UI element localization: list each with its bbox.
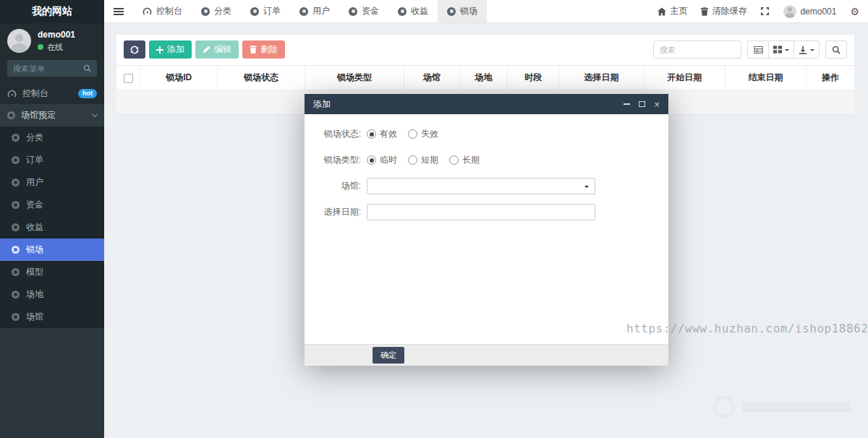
dialog-footer: 确定 bbox=[305, 344, 668, 366]
sidebar-item-venue-booking[interactable]: 场馆预定 bbox=[0, 104, 104, 126]
radio-icon[interactable] bbox=[367, 129, 376, 139]
radio-option-long-term[interactable]: 长期 bbox=[449, 154, 480, 166]
circle-icon bbox=[12, 223, 20, 231]
trash-icon bbox=[250, 46, 257, 53]
delete-button[interactable]: 删除 bbox=[242, 40, 285, 59]
circle-icon bbox=[12, 156, 20, 164]
add-dialog: 添加 × 锁场状态: 有效 失效 锁场类型: bbox=[305, 94, 668, 366]
tab-orders[interactable]: 订单 bbox=[241, 0, 290, 22]
date-input[interactable] bbox=[367, 204, 595, 220]
user-name: demo001 bbox=[38, 30, 75, 40]
trash-icon bbox=[701, 7, 708, 16]
radio-option-valid[interactable]: 有效 bbox=[367, 128, 397, 140]
sidebar-item-label: 场馆 bbox=[26, 311, 43, 323]
export-dropdown-button[interactable] bbox=[794, 40, 820, 59]
avatar bbox=[783, 5, 796, 18]
circle-icon bbox=[12, 179, 20, 186]
tab-label: 收益 bbox=[411, 5, 428, 17]
caret-down-icon bbox=[785, 49, 789, 53]
circle-icon bbox=[299, 7, 308, 16]
paging-toggle-button[interactable] bbox=[747, 40, 769, 59]
radio-option-invalid[interactable]: 失效 bbox=[408, 128, 438, 140]
export-icon bbox=[799, 46, 807, 54]
radio-label: 短期 bbox=[421, 154, 438, 166]
sidebar-item-income[interactable]: 收益 bbox=[0, 216, 104, 239]
radio-icon[interactable] bbox=[367, 155, 376, 165]
select-all-checkbox[interactable] bbox=[124, 74, 133, 83]
circle-icon bbox=[12, 134, 20, 142]
user-status: 在线 bbox=[38, 42, 75, 53]
dialog-controls: × bbox=[624, 100, 660, 109]
sidebar-filler bbox=[0, 328, 104, 438]
sidebar-item-orders[interactable]: 订单 bbox=[0, 149, 104, 171]
sidebar-item-label: 订单 bbox=[26, 154, 43, 166]
circle-icon bbox=[447, 7, 456, 16]
confirm-button[interactable]: 确定 bbox=[373, 347, 404, 364]
radio-icon[interactable] bbox=[449, 155, 459, 165]
gauge-icon bbox=[7, 90, 17, 98]
user-panel: demo001 在线 bbox=[0, 23, 104, 57]
add-label: 添加 bbox=[167, 43, 184, 56]
caret-down-icon bbox=[810, 49, 814, 53]
sidebar-item-users[interactable]: 用户 bbox=[0, 171, 104, 194]
table-search-input[interactable] bbox=[653, 40, 741, 59]
search-icon[interactable] bbox=[83, 64, 91, 72]
col-end-date: 结束日期 bbox=[725, 66, 806, 90]
sidebar-item-field[interactable]: 场地 bbox=[0, 283, 104, 306]
venue-select[interactable] bbox=[367, 178, 595, 194]
maximize-icon[interactable] bbox=[639, 101, 645, 107]
add-button[interactable]: 添加 bbox=[149, 40, 192, 59]
radio-icon[interactable] bbox=[408, 155, 417, 165]
tab-label: 锁场 bbox=[460, 5, 477, 17]
form-row-lock-type: 锁场类型: 临时 短期 长期 bbox=[305, 152, 668, 168]
col-venue: 场馆 bbox=[404, 66, 460, 90]
edit-button[interactable]: 编辑 bbox=[195, 40, 239, 59]
sidebar-item-label: 模型 bbox=[26, 266, 43, 278]
search-button[interactable] bbox=[825, 40, 847, 59]
tab-label: 分类 bbox=[214, 5, 231, 17]
tab-console[interactable]: 控制台 bbox=[133, 0, 192, 22]
tab-income[interactable]: 收益 bbox=[388, 0, 438, 22]
sidebar-item-venue[interactable]: 场馆 bbox=[0, 306, 104, 328]
gauge-icon bbox=[142, 7, 152, 15]
sidebar-search-input[interactable] bbox=[13, 64, 79, 73]
home-link[interactable]: 主页 bbox=[658, 5, 687, 17]
user-menu[interactable]: demo001 bbox=[783, 5, 836, 18]
tab-lock-field[interactable]: 锁场 bbox=[438, 0, 487, 22]
fullscreen-button[interactable] bbox=[760, 7, 770, 16]
radio-option-temporary[interactable]: 临时 bbox=[367, 154, 397, 166]
radio-option-short-term[interactable]: 短期 bbox=[408, 154, 438, 166]
refresh-button[interactable] bbox=[124, 40, 145, 59]
sidebar-item-lock-field[interactable]: 锁场 bbox=[0, 239, 104, 261]
col-actions: 操作 bbox=[807, 66, 854, 90]
grid-icon bbox=[773, 46, 782, 53]
radio-label: 临时 bbox=[380, 154, 397, 166]
columns-dropdown-button[interactable] bbox=[769, 40, 794, 59]
sidebar-item-funds[interactable]: 资金 bbox=[0, 194, 104, 216]
radio-label: 有效 bbox=[380, 128, 397, 140]
col-lock-status: 锁场状态 bbox=[218, 66, 305, 90]
minimize-icon[interactable] bbox=[624, 103, 630, 105]
sidebar-item-console[interactable]: 控制台 hot bbox=[0, 82, 104, 104]
tab-category[interactable]: 分类 bbox=[192, 0, 241, 22]
sidebar-item-category[interactable]: 分类 bbox=[0, 126, 104, 149]
sidebar-item-label: 收益 bbox=[26, 221, 43, 233]
circle-icon bbox=[12, 201, 20, 209]
dialog-titlebar[interactable]: 添加 × bbox=[305, 94, 668, 114]
sidebar-toggle-button[interactable] bbox=[104, 0, 133, 22]
radio-icon[interactable] bbox=[408, 129, 417, 139]
radio-label: 长期 bbox=[462, 154, 480, 166]
table-header-row: 锁场ID 锁场状态 锁场类型 场馆 场地 时段 选择日期 开始日期 结束日期 操… bbox=[116, 66, 854, 90]
dialog-title: 添加 bbox=[313, 98, 331, 111]
tab-users[interactable]: 用户 bbox=[290, 0, 339, 22]
col-start-date: 开始日期 bbox=[644, 66, 725, 90]
sidebar-item-model[interactable]: 模型 bbox=[0, 261, 104, 283]
circle-icon bbox=[349, 7, 357, 16]
close-icon[interactable]: × bbox=[654, 100, 660, 109]
clear-cache-button[interactable]: 清除缓存 bbox=[701, 5, 746, 17]
settings-button[interactable]: ⚙ bbox=[850, 7, 859, 17]
tab-funds[interactable]: 资金 bbox=[339, 0, 388, 22]
caret-down-icon bbox=[584, 186, 589, 190]
tab-label: 资金 bbox=[362, 5, 379, 17]
sidebar-section-label: 场馆预定 bbox=[21, 109, 56, 121]
